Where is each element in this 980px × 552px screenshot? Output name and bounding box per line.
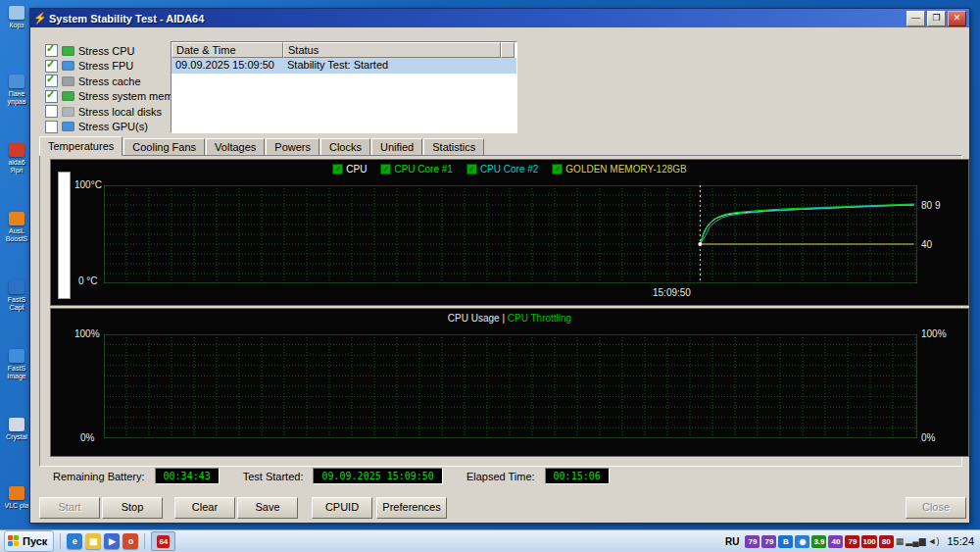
tab-statistics[interactable]: Statistics [423,138,484,156]
tab-powers[interactable]: Powers [266,138,319,156]
table-column-header[interactable]: Date & Time [172,42,283,58]
stress-option-checkbox[interactable] [45,121,58,133]
legend-checkbox[interactable]: ✓ [466,164,477,175]
stress-option-checkbox[interactable] [45,44,58,57]
event-table[interactable]: Date & TimeStatus 09.09.2025 15:09:50Sta… [171,41,517,133]
status-bar: Remaining Battery:00:34:43Test Started:0… [53,468,623,484]
desktop-icon-image [9,6,24,20]
maximize-button[interactable]: ❐ [927,11,946,26]
preferences-button[interactable]: Preferences [376,497,447,519]
stress-option-label: Stress CPU [78,45,134,57]
stress-option-row[interactable]: Stress system memory [45,89,188,105]
temperature-chart-panel: ✓CPU✓CPU Core #1✓CPU Core #2✓GOLDEN MEMO… [50,159,969,306]
tab-voltages[interactable]: Voltages [206,138,265,156]
table-header-filler [501,42,514,58]
cpuid-button[interactable]: CPUID [312,497,372,519]
tab-clocks[interactable]: Clocks [320,138,370,156]
desktop-icon[interactable]: Пане управ [0,71,33,139]
temperature-plot [104,185,917,283]
desktop-icon[interactable]: Crystal [0,414,33,482]
desktop-icons: КорзПане управaida6 ЯрлAusL BoostSFastS … [0,2,33,551]
table-column-header[interactable]: Status [283,42,501,58]
cpu-usage-chart-panel: CPU Usage | CPU Throttling 100% 0% 100% … [50,308,969,457]
windows-logo-icon [8,535,20,547]
stress-option-checkbox[interactable] [45,90,58,103]
desktop-icon-image [9,75,24,88]
desktop-icon-image [9,349,24,363]
network-icon[interactable]: ▂▄▆ [906,535,925,548]
browser-icon[interactable]: o [122,533,138,549]
tab-unified[interactable]: Unified [371,138,422,156]
tray-badge[interactable]: 79 [745,535,760,548]
stress-option-row[interactable]: Stress CPU [45,43,188,59]
temp-y-max-label: 100°C [74,179,102,190]
temp-current-value-label: 80 9 [921,200,940,211]
desktop-icon-image [9,418,24,431]
taskbar-separator [144,533,145,549]
desktop-icon-image [9,486,24,500]
tray-badge[interactable]: 79 [761,535,776,548]
tray-badge[interactable]: ◉ [795,535,809,548]
stress-option-row[interactable]: Stress GPU(s) [45,120,188,135]
tray-badge[interactable]: B [778,535,793,548]
desktop-icon-image [9,212,24,226]
desktop-icon[interactable]: AusL BoostS [0,208,33,276]
tray-badge[interactable]: 40 [828,535,843,548]
stress-option-checkbox[interactable] [45,75,58,87]
desktop-icon-label: aida6 Ярл [2,159,31,175]
legend-item[interactable]: ✓CPU [332,164,367,175]
legend-item[interactable]: ✓CPU Core #2 [466,164,538,175]
vertical-scrollbar[interactable] [58,172,71,299]
tab-temperatures[interactable]: Temperatures [39,136,122,156]
close-window-button[interactable]: ✕ [948,11,966,26]
minimize-button[interactable]: — [906,11,925,26]
legend-checkbox[interactable]: ✓ [380,164,391,175]
desktop-icon[interactable]: FastS Image [0,345,33,414]
tray-badge[interactable]: 100 [861,535,876,548]
stability-test-window: ⚡ System Stability Test - AIDA64 — ❐ ✕ S… [29,8,970,524]
tray-badge[interactable]: 80 [879,535,894,548]
language-indicator[interactable]: RU [725,536,739,547]
legend-checkbox[interactable]: ✓ [332,164,343,175]
clear-button[interactable]: Clear [174,497,235,519]
taskbar-app-aida64[interactable]: 64 [151,531,175,551]
stress-option-checkbox[interactable] [45,60,58,73]
tab-strip: TemperaturesCooling FansVoltagesPowersCl… [39,138,485,156]
tray-badge[interactable]: 3.9 [811,535,826,548]
legend-item[interactable]: ✓CPU Core #1 [380,164,452,175]
start-button[interactable]: Start [39,497,100,519]
desktop-icon[interactable]: Корз [0,2,33,71]
legend-checkbox[interactable]: ✓ [552,164,563,175]
ie-icon[interactable]: e [67,533,82,549]
stop-button[interactable]: Stop [102,497,163,519]
save-button[interactable]: Save [237,497,298,519]
tab-cooling-fans[interactable]: Cooling Fans [123,138,205,156]
tray-badge[interactable]: 79 [845,535,859,548]
volume-icon[interactable]: ◄) [928,535,940,548]
start-button[interactable]: Пуск [4,530,54,552]
table-row[interactable]: 09.09.2025 15:09:50Stability Test: Start… [172,58,516,74]
stress-option-row[interactable]: Stress local disks [45,104,188,120]
chart-icon[interactable]: ▦ [896,535,905,548]
desktop-icon-label: Crystal [6,433,27,441]
stress-option-row[interactable]: Stress cache [45,74,188,89]
legend-label: CPU Core #1 [394,164,452,175]
stress-option-row[interactable]: Stress FPU [45,59,188,75]
folder-icon[interactable]: ▣ [85,533,101,549]
desktop-icon[interactable]: FastS Capt [0,276,33,345]
media-player-icon[interactable]: ▶ [104,533,120,549]
usage-left-min-label: 0% [80,432,94,443]
usage-chart-header: CPU Usage | CPU Throttling [51,313,968,324]
event-status-cell: Stability Test: Started [283,58,501,74]
app-icon: ⚡ [33,12,47,25]
close-button[interactable]: Close [906,497,966,519]
desktop-icon[interactable]: aida6 Ярл [0,139,33,208]
window-titlebar[interactable]: ⚡ System Stability Test - AIDA64 — ❐ ✕ [30,9,969,27]
taskbar-clock[interactable]: 15:24 [947,535,974,547]
system-tray: 7979B◉3.9407910080▦▂▄▆◄) [745,535,939,548]
desktop-icon-label: FastS Capt [2,296,31,312]
stress-option-label: Stress GPU(s) [78,121,148,132]
legend-item[interactable]: ✓GOLDEN MEMORY-128GB [552,164,686,175]
event-table-body: 09.09.2025 15:09:50Stability Test: Start… [172,58,516,74]
stress-option-checkbox[interactable] [45,105,58,118]
